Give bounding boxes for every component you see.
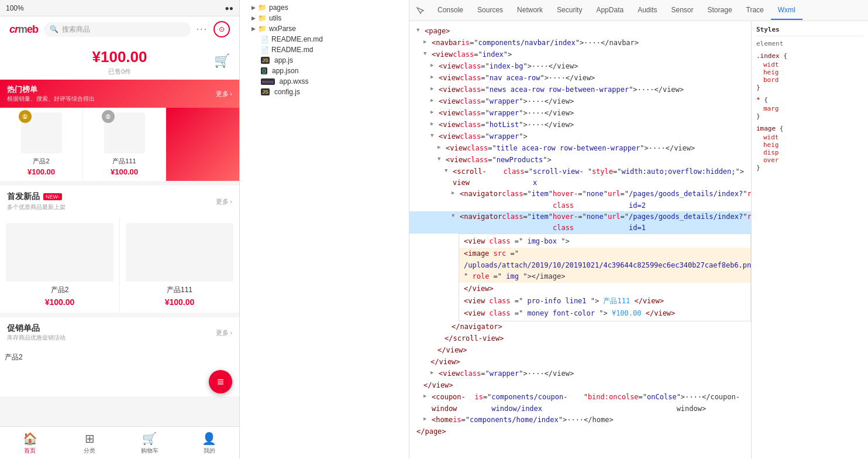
hot-item-price-2: ¥100.00 bbox=[88, 167, 161, 176]
style-rule-star: * { marg } bbox=[756, 96, 863, 120]
nav-home[interactable]: 🏠 首页 bbox=[0, 427, 60, 459]
devtools-content: ▶ 📁 pages ▶ 📁 utils ▶ 📁 wxParse 📄 README… bbox=[240, 0, 868, 459]
file-tree-panel: ▶ 📁 pages ▶ 📁 utils ▶ 📁 wxParse 📄 README… bbox=[240, 0, 409, 459]
code-line-13: ▼ <scroll-view class =" scroll-view-x " … bbox=[409, 166, 751, 189]
style-rule-index: .index { widt heig bord } bbox=[756, 52, 863, 91]
code-styles-area: ▼ <page> ▶ <navbar is =" components/navb… bbox=[409, 21, 868, 459]
tab-wxml[interactable]: Wxml bbox=[771, 1, 802, 20]
promo-product-1: 产品2 bbox=[0, 348, 239, 367]
rank-badge-1: ① bbox=[19, 110, 32, 123]
nav-profile[interactable]: 👤 我的 bbox=[180, 427, 239, 459]
product-card-2[interactable]: 产品111 ¥100.00 bbox=[120, 217, 239, 313]
file-appwxss[interactable]: wxss app.wxss bbox=[240, 76, 409, 87]
file-name-appwxss: app.wxss bbox=[280, 77, 404, 85]
tab-security[interactable]: Security bbox=[550, 1, 589, 20]
new-products-header: 首发新品 NEW- 多个优质商品最新上架 更多 › bbox=[0, 186, 239, 217]
fab-button[interactable]: ≡ bbox=[209, 370, 232, 393]
code-line-1: ▼ <page> bbox=[409, 26, 751, 37]
file-configjs[interactable]: JS config.js bbox=[240, 87, 409, 97]
promo-more[interactable]: 更多 › bbox=[216, 328, 232, 337]
fab-area: ≡ bbox=[0, 367, 239, 396]
sold-count: 已售0件 bbox=[0, 67, 239, 76]
file-appjs[interactable]: JS app.js bbox=[240, 55, 409, 66]
devtools-cursor-icon[interactable] bbox=[414, 5, 426, 16]
file-appjson[interactable]: {} app.json bbox=[240, 66, 409, 76]
hot-list-items: ① 产品2 ¥100.00 ② 产品111 ¥100.00 bbox=[0, 108, 239, 181]
expand-arrow-1[interactable]: ▼ bbox=[416, 26, 423, 34]
search-bar[interactable]: 🔍 搜索商品 bbox=[44, 22, 191, 37]
code-line-3: ▼ <view class =" index "> bbox=[409, 49, 751, 61]
popup-line-4: <view class =" pro-info line1 "> 产品111 <… bbox=[459, 295, 750, 307]
cart-nav-icon: 🛒 bbox=[142, 431, 157, 446]
new-badge: NEW- bbox=[43, 193, 62, 200]
nav-cart-label: 购物车 bbox=[141, 447, 159, 455]
hot-list-more[interactable]: 更多 › bbox=[216, 90, 232, 98]
hot-item-name-1: 产品2 bbox=[5, 157, 78, 166]
file-icon-appjson: {} bbox=[261, 67, 267, 74]
folder-icon-pages: 📁 bbox=[258, 4, 267, 12]
code-line-10: ▼ <view class =" wrapper "> bbox=[409, 131, 751, 143]
new-products-more[interactable]: 更多 › bbox=[216, 197, 232, 206]
folder-icon-wxparse: 📁 bbox=[258, 25, 267, 33]
new-products-section: 首发新品 NEW- 多个优质商品最新上架 更多 › 产品2 ¥100.00 bbox=[0, 186, 239, 313]
new-products-grid: 产品2 ¥100.00 产品111 ¥100.00 bbox=[0, 217, 239, 313]
record-button[interactable]: ⊙ bbox=[213, 21, 230, 37]
code-line-26: </view> bbox=[409, 380, 751, 392]
tab-console[interactable]: Console bbox=[430, 1, 470, 20]
tab-network[interactable]: Network bbox=[510, 1, 550, 20]
tab-sources[interactable]: Sources bbox=[470, 1, 510, 20]
new-products-subtitle: 多个优质商品最新上架 bbox=[7, 203, 66, 211]
tab-trace[interactable]: Trace bbox=[739, 1, 771, 20]
more-dots[interactable]: ··· bbox=[197, 24, 208, 35]
hot-item-third bbox=[166, 108, 239, 181]
product-card-1[interactable]: 产品2 ¥100.00 bbox=[0, 217, 119, 313]
cart-icon[interactable]: 🛒 bbox=[214, 53, 230, 68]
code-line-4: ▶ <view class =" index-bg ">····</view> bbox=[409, 61, 751, 73]
code-line-selected[interactable]: ▼ <navigator class =" item " hover-class… bbox=[409, 211, 751, 234]
tab-audits[interactable]: Audits bbox=[631, 1, 664, 20]
file-name-readme: README.md bbox=[271, 46, 404, 54]
code-line-22: </scroll-view> bbox=[409, 333, 751, 345]
popup-line-2[interactable]: <image src =" /uploads/attach/2019/10/20… bbox=[459, 248, 750, 283]
style-rule-image: image { widt heig disp over } bbox=[756, 125, 863, 172]
file-icon-readme: 📄 bbox=[261, 46, 269, 54]
file-icon-readme-en: 📄 bbox=[261, 36, 269, 43]
chevron-right-icon-promo: › bbox=[230, 329, 232, 336]
file-wxparse[interactable]: ▶ 📁 wxParse bbox=[240, 23, 409, 34]
hot-item-2[interactable]: ② 产品111 ¥100.00 bbox=[83, 108, 166, 181]
app-header: crmeb 🔍 搜索商品 ··· ⊙ bbox=[0, 16, 239, 42]
file-readme-en[interactable]: 📄 README.en.md bbox=[240, 34, 409, 44]
hot-list-title: 热门榜单 bbox=[7, 84, 95, 95]
code-popup-box: <view class =" img-box "> <image src =" … bbox=[459, 234, 751, 321]
tab-storage[interactable]: Storage bbox=[701, 1, 739, 20]
file-name-wxparse: wxParse bbox=[269, 25, 404, 33]
tab-appdata[interactable]: AppData bbox=[589, 1, 631, 20]
popup-line-3: </view> bbox=[459, 283, 750, 295]
nav-category[interactable]: ⊞ 分类 bbox=[60, 427, 119, 459]
profile-icon: 👤 bbox=[202, 431, 216, 446]
styles-element-label: element bbox=[756, 40, 863, 47]
hot-list-section: 热门榜单 根据销量、搜索、好评等综合得出 更多 › ① 产品2 ¥100.00 bbox=[0, 80, 239, 181]
expand-arrow-4[interactable]: ▶ bbox=[430, 61, 438, 69]
nav-category-label: 分类 bbox=[84, 447, 95, 455]
hot-list-subtitle: 根据销量、搜索、好评等综合得出 bbox=[7, 95, 95, 103]
file-icon-configjs: JS bbox=[261, 88, 270, 95]
expand-arrow-3[interactable]: ▼ bbox=[423, 49, 430, 57]
hot-item-1[interactable]: ① 产品2 ¥100.00 bbox=[0, 108, 83, 181]
popup-line-5: <view class =" money font-color "> ¥100.… bbox=[459, 307, 750, 320]
tab-sensor[interactable]: Sensor bbox=[664, 1, 701, 20]
file-utils[interactable]: ▶ 📁 utils bbox=[240, 13, 409, 23]
code-line-6: ▶ <view class =" news acea-row row-betwe… bbox=[409, 84, 751, 96]
home-icon: 🏠 bbox=[23, 431, 37, 446]
code-line-24: </view> bbox=[409, 357, 751, 368]
file-readme[interactable]: 📄 README.md bbox=[240, 44, 409, 55]
file-name-pages: pages bbox=[269, 4, 404, 12]
hot-item-price-1: ¥100.00 bbox=[5, 167, 78, 176]
nav-cart[interactable]: 🛒 购物车 bbox=[120, 427, 180, 459]
expand-arrow-2[interactable]: ▶ bbox=[423, 37, 430, 46]
file-name-utils: utils bbox=[269, 14, 404, 22]
file-name-appjs: app.js bbox=[274, 56, 404, 64]
product-price-1: ¥100.00 bbox=[6, 297, 113, 307]
file-pages[interactable]: ▶ 📁 pages bbox=[240, 2, 409, 13]
product-img-1 bbox=[6, 223, 113, 282]
